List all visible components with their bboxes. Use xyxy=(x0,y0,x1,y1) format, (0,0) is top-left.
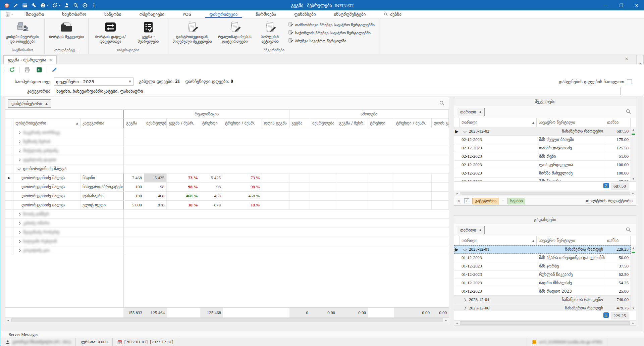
ribbon-button-3-2[interactable]: გეგმა - შესრულება xyxy=(131,20,166,44)
info-icon[interactable] xyxy=(91,3,97,8)
print-button[interactable] xyxy=(22,66,32,74)
orders-panel-vscrollbar[interactable]: ▲▼ xyxy=(631,127,636,181)
main-col-header-8[interactable]: დღის გეგმა xyxy=(262,118,289,128)
export-xlsx-button[interactable]: XL xyxy=(35,66,44,74)
edit-icon[interactable] xyxy=(13,3,18,8)
panel-data-row[interactable]: 01-12-2023შპს აჭარა თრეიდინგი და ტურიზმი… xyxy=(454,254,631,262)
scroll-up-icon[interactable]: ▲ xyxy=(631,245,636,250)
panel-data-row[interactable]: 02-12-2023ლია კურდღელია100.00 xyxy=(454,161,631,169)
refresh-dropdown-icon[interactable]: ▾ xyxy=(59,4,61,7)
expand-group-icon[interactable] xyxy=(17,231,21,234)
panel-data-row[interactable]: 01-12-2023შპს რადიო 202325.00 xyxy=(454,287,631,296)
expand-group-icon[interactable] xyxy=(17,221,21,225)
panel-data-row[interactable]: 01-12-2023შპს ჯორბე37.50 xyxy=(454,262,631,270)
operating-month-select[interactable]: დეკემბერი - 2023 ▼ xyxy=(54,78,133,86)
main-col-header-9[interactable]: გეგმა xyxy=(289,118,310,128)
expand-group-icon[interactable] xyxy=(463,298,467,301)
filter-value-chip[interactable]: ნაყინი xyxy=(507,198,525,204)
tabstrip-close-icon[interactable]: × xyxy=(625,56,629,61)
menu-tab-3[interactable]: საწყობი xyxy=(95,10,130,18)
payments-panel-hscrollbar[interactable]: ◄► xyxy=(454,320,636,326)
distributor-group-row[interactable]: კახიძე ომარი xyxy=(5,219,449,228)
scroll-right-icon[interactable]: ► xyxy=(443,318,449,323)
panel-col-header-3[interactable]: თანხა xyxy=(605,236,631,245)
panel-col-header-3[interactable]: თანხა xyxy=(605,118,631,127)
expand-group-icon[interactable] xyxy=(17,240,21,243)
menu-tab-4[interactable]: ოპერაციები xyxy=(130,10,173,18)
refresh-button[interactable] xyxy=(7,66,17,74)
edit-plan-button[interactable] xyxy=(50,66,59,74)
distributor-group-row[interactable]: მიქელაძე ვახტანგ xyxy=(5,146,449,155)
grid-search-icon[interactable] xyxy=(626,109,631,114)
ribbon-link-2[interactable]: საქონლის ბრუნვა სავაჭრო წერტილებში xyxy=(288,30,375,36)
menu-tab-6[interactable]: დისტრიბუცია xyxy=(200,10,247,18)
menu-tab-1[interactable]: მთავარი xyxy=(17,10,53,18)
refresh-icon[interactable] xyxy=(52,3,58,8)
distributor-group-row[interactable]: დობორჯგინიძე შალვა xyxy=(5,164,449,174)
file-menu-icon[interactable]: ▾ xyxy=(1,12,17,17)
combo-dropdown-icon[interactable]: ▼ xyxy=(129,80,131,83)
close-tab-icon[interactable]: × xyxy=(50,57,53,62)
distributor-group-row[interactable]: ცეცხლაძე დავით xyxy=(5,155,449,164)
date-group-row[interactable]: ▶2023-12-01ჩანაწერთა რაოდენ229.25 xyxy=(454,245,631,254)
expand-group-icon[interactable] xyxy=(17,212,21,216)
scroll-left-icon[interactable]: ◄ xyxy=(5,318,11,323)
panel-data-row[interactable]: 02-12-2023შპს ნიკორა35.00 xyxy=(454,178,631,181)
distributor-group-row[interactable]: ზოიძე ჯიმშერ xyxy=(5,210,449,219)
grid-search-icon[interactable] xyxy=(439,100,445,106)
menu-tab-7[interactable]: წარმოება xyxy=(247,10,285,18)
collapse-group-icon[interactable] xyxy=(463,129,467,133)
search-icon[interactable] xyxy=(73,3,78,8)
panel-col-header-1[interactable]: თარიღი▲ xyxy=(460,236,537,245)
ribbon-link-1[interactable]: თანხობრივი ბრუნვა სავაჭრო წერტილებში xyxy=(288,22,375,28)
grid-search-icon[interactable] xyxy=(626,227,631,233)
group-by-chip-date[interactable]: თარიღი▲ xyxy=(457,108,485,116)
expand-group-icon[interactable] xyxy=(17,249,21,252)
scroll-thumb[interactable] xyxy=(460,192,630,195)
menu-search[interactable]: ძებნა xyxy=(375,10,411,18)
tab-plan-execution[interactable]: გეგმა - შესრულება × xyxy=(3,55,57,64)
remove-filter-icon[interactable]: × xyxy=(458,198,461,203)
scroll-left-icon[interactable]: ◄ xyxy=(454,320,460,326)
date-group-row[interactable]: 2023-12-06ჩანაწერთა რაოდენ479.75 xyxy=(454,304,631,311)
expand-group-icon[interactable] xyxy=(463,306,467,310)
group-by-chip-date[interactable]: თარიღი▲ xyxy=(457,226,485,234)
main-col-header-0[interactable] xyxy=(5,118,13,128)
scroll-right-icon[interactable]: ► xyxy=(631,320,636,326)
ribbon-link-3[interactable]: ბრუნვა სავაჭრო წერტილში xyxy=(288,38,375,44)
menu-tab-2[interactable]: საცნობარო xyxy=(53,10,95,18)
panel-col-header-1[interactable]: თარიღი▲ xyxy=(460,118,537,127)
distributor-group-row[interactable]: გოგიტიძე გია xyxy=(5,246,449,255)
distributor-data-row[interactable]: დობორჯგინიძე შალვანახევარფაბრიკატები1009… xyxy=(5,183,449,192)
scroll-up-icon[interactable]: ▲ xyxy=(631,127,636,132)
group-by-chip-distributor[interactable]: დისტრიბუტორი▲ xyxy=(8,99,51,108)
distributor-data-row[interactable]: დობორჯგინიძე შალვაელიტ ფუდი5 00087818 %8… xyxy=(5,201,449,210)
scroll-down-icon[interactable]: ▼ xyxy=(631,176,636,181)
calendar-icon[interactable] xyxy=(22,3,28,8)
distributor-data-row[interactable]: ▶დობორჯგინიძე შალვანაყინი7 4685 42573 %5… xyxy=(5,174,449,183)
panel-col-header-0[interactable] xyxy=(454,236,460,245)
main-col-header-3[interactable]: გეგმა xyxy=(123,118,144,128)
expand-group-icon[interactable] xyxy=(17,149,21,152)
filter-enabled-checkbox[interactable]: ✓ xyxy=(464,198,469,203)
scroll-thumb[interactable] xyxy=(11,318,443,322)
filter-editor-link[interactable]: ფილტრის რედაქტორი xyxy=(586,198,633,203)
main-col-header-13[interactable]: ტრენდი / შესრ. xyxy=(394,118,432,128)
main-col-header-14[interactable]: დღის გეგმა xyxy=(432,118,449,128)
payments-panel-vscrollbar[interactable]: ▲▼ xyxy=(631,245,636,311)
panel-col-header-2[interactable]: სავაჭრო წერტილი xyxy=(537,118,605,127)
holidays-checkbox[interactable] xyxy=(627,79,632,84)
collapse-group-icon[interactable] xyxy=(463,247,467,251)
theme-icon[interactable] xyxy=(40,3,46,8)
main-col-header-12[interactable]: ტრენდი xyxy=(368,118,394,128)
menu-tab-8[interactable]: ფინანსები xyxy=(285,10,325,18)
expand-group-icon[interactable] xyxy=(17,158,21,161)
orders-panel-hscrollbar[interactable]: ◄► xyxy=(454,191,636,196)
main-col-header-5[interactable]: გეგმა / შესრ. xyxy=(167,118,200,128)
scroll-down-icon[interactable]: ▼ xyxy=(631,306,636,311)
server-messages-bar[interactable]: Server Messages xyxy=(1,331,644,338)
main-col-header-11[interactable]: გეგმა / შესრ. xyxy=(337,118,368,128)
maximize-button[interactable]: ❐ xyxy=(613,0,629,10)
sync-icon[interactable] xyxy=(82,3,88,8)
panel-data-row[interactable]: 01-12-2023რუსლან ჩიკვაიძე62.50 xyxy=(454,270,631,279)
